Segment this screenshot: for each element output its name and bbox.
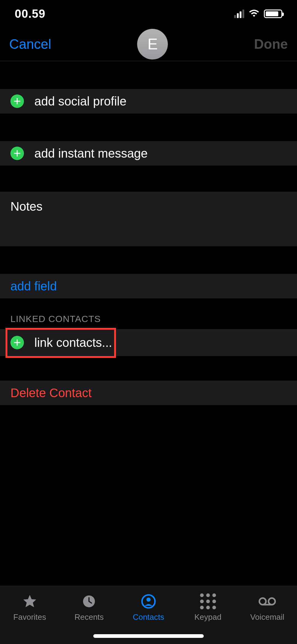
cancel-button[interactable]: Cancel — [9, 36, 51, 52]
spacer — [0, 246, 297, 274]
linked-contacts-section-label: LINKED CONTACTS — [0, 298, 297, 329]
link-contacts-highlight-wrap: link contacts... — [0, 329, 297, 356]
spacer — [0, 113, 297, 141]
svg-point-3 — [259, 598, 266, 605]
delete-contact-label: Delete Contact — [10, 386, 92, 400]
add-field-row[interactable]: add field — [0, 274, 297, 298]
spacer — [0, 166, 297, 192]
tab-favorites[interactable]: Favorites — [0, 586, 60, 644]
spacer — [0, 61, 297, 89]
person-icon — [140, 593, 157, 609]
plus-icon — [10, 147, 24, 160]
keypad-icon — [199, 593, 217, 609]
link-contacts-row[interactable]: link contacts... — [0, 329, 297, 356]
wifi-icon — [249, 10, 260, 18]
voicemail-icon — [258, 593, 276, 609]
battery-icon — [264, 10, 282, 18]
cellular-signal-icon — [234, 10, 244, 18]
plus-icon — [10, 336, 24, 349]
status-time: 00.59 — [15, 7, 45, 21]
status-bar: 00.59 — [0, 0, 297, 28]
add-field-label: add field — [10, 279, 57, 293]
add-instant-message-label: add instant message — [34, 147, 148, 160]
svg-point-2 — [146, 598, 150, 602]
tab-bar: Favorites Recents Contacts Keypad Voicem… — [0, 586, 297, 644]
notes-field[interactable]: Notes — [0, 192, 297, 246]
tab-recents-label: Recents — [75, 612, 104, 622]
add-social-profile-row[interactable]: add social profile — [0, 89, 297, 113]
add-instant-message-row[interactable]: add instant message — [0, 141, 297, 166]
tab-voicemail[interactable]: Voicemail — [237, 586, 297, 644]
home-indicator[interactable] — [93, 634, 204, 638]
plus-icon — [10, 94, 24, 108]
link-contacts-label: link contacts... — [34, 336, 112, 350]
add-social-profile-label: add social profile — [34, 94, 126, 108]
clock-icon — [80, 593, 98, 609]
avatar-initial: E — [148, 35, 158, 53]
spacer — [0, 356, 297, 381]
star-icon — [21, 593, 39, 609]
tab-keypad-label: Keypad — [194, 612, 221, 622]
done-button[interactable]: Done — [254, 36, 288, 52]
notes-label: Notes — [10, 200, 43, 213]
tab-voicemail-label: Voicemail — [250, 612, 284, 622]
edit-contact-header: Cancel E Done — [0, 28, 297, 61]
svg-point-4 — [268, 598, 275, 605]
status-right — [234, 10, 282, 18]
contact-avatar[interactable]: E — [137, 29, 168, 59]
tab-favorites-label: Favorites — [13, 612, 46, 622]
delete-contact-row[interactable]: Delete Contact — [0, 381, 297, 405]
tab-contacts-label: Contacts — [133, 612, 164, 622]
